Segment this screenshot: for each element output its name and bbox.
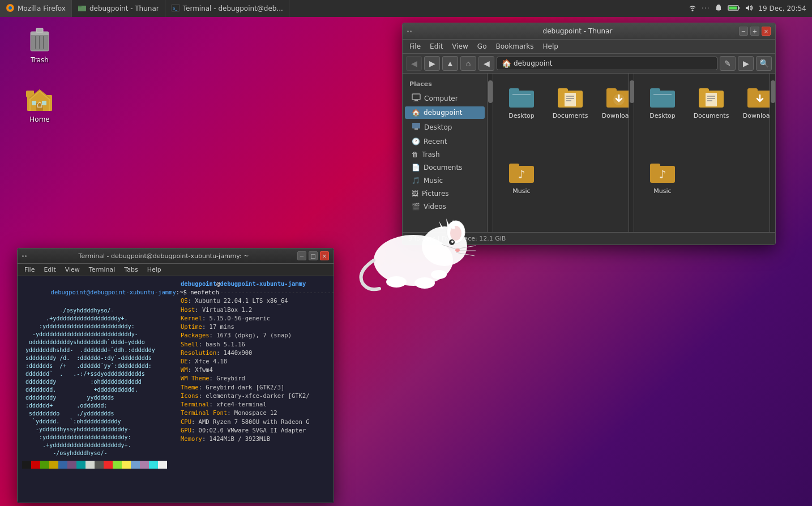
right-scrollbar-thumb[interactable] [771,80,775,103]
sidebar-item-pictures[interactable]: 🖼 Pictures [405,187,485,200]
file-item-downloads-right[interactable]: Downloads [737,79,770,151]
term-menu-tabs[interactable]: Tabs [119,265,142,275]
sidebar-item-music[interactable]: 🎵 Music [405,174,485,187]
svg-rect-4 [78,6,82,7]
taskbar-tray: ··· 19 Dec, 20:54 [688,3,812,14]
firefox-icon [6,3,15,14]
forward-button[interactable]: ▶ [424,56,440,71]
terminal-maximize-btn[interactable]: □ [309,251,318,260]
file-item-music-left[interactable]: ♪ Music [499,155,544,226]
menu-bookmarks[interactable]: Bookmarks [491,41,538,52]
terminal-window-title: Terminal - debugpoint@debugpoint-xubuntu… [30,252,297,260]
prev-location-btn[interactable]: ◀ [478,56,494,71]
back-button[interactable]: ◀ [406,56,422,71]
location-bar[interactable]: 🏠 debugpoint [497,57,717,70]
file-pane-right: Desktop Documents [634,74,770,232]
term-menu-view[interactable]: View [61,265,84,275]
term-menu-edit[interactable]: Edit [39,265,60,275]
thunar-tab-label: debugpoint - Thunar [89,5,159,12]
sidebar-desktop-label: Desktop [424,123,452,131]
location-text: debugpoint [514,59,552,67]
home-sidebar-icon: 🏠 [412,109,420,117]
tray-dots: ··· [702,5,710,12]
firefox-label: Mozilla Firefox [18,5,66,12]
location-folder-icon: 🏠 [502,59,511,68]
file-item-documents-left[interactable]: Documents [548,79,593,151]
menu-edit[interactable]: Edit [425,41,447,52]
documents-folder-icon [557,83,584,110]
taskbar-item-terminal[interactable]: $_ Terminal - debugpoint@deb... [165,0,289,17]
svg-rect-51 [650,88,660,93]
sidebar-recent-label: Recent [424,138,447,145]
menu-help[interactable]: Help [539,41,563,52]
sidebar-item-debugpoint[interactable]: 🏠 debugpoint [405,106,485,119]
music-left-label: Music [512,187,530,195]
sidebar-pictures-label: Pictures [422,190,449,198]
file-item-desktop-left[interactable]: Desktop [499,79,544,151]
svg-rect-50 [650,91,675,108]
sidebar-computer-label: Computer [424,95,458,102]
taskbar: Mozilla Firefox debugpoint - Thunar $_ T… [0,0,812,17]
svg-rect-36 [509,88,519,93]
svg-rect-45 [606,88,617,93]
svg-rect-60 [747,88,758,93]
sidebar-item-documents[interactable]: 📄 Documents [405,161,485,174]
middle-scrollbar-thumb[interactable] [630,80,634,103]
home-button[interactable]: ⌂ [460,56,476,71]
file-item-documents-right[interactable]: Documents [689,79,734,151]
thunar-window-controls: − + × [739,27,771,36]
file-item-music-right[interactable]: ♪ Music [640,155,685,226]
battery-icon [728,5,740,13]
thunar-close-btn[interactable]: × [762,27,771,36]
thunar-icon [78,3,87,14]
menu-view[interactable]: View [447,41,472,52]
thunar-maximize-btn[interactable]: + [750,27,759,36]
menu-go[interactable]: Go [473,41,492,52]
svg-rect-30 [412,94,420,100]
menu-file[interactable]: File [405,41,425,52]
term-menu-help[interactable]: Help [143,265,166,275]
svg-text:♪: ♪ [518,168,525,181]
right-scrollbar[interactable] [770,74,775,232]
taskbar-item-firefox[interactable]: Mozilla Firefox [0,0,72,17]
sidebar-item-recent[interactable]: 🕐 Recent [405,135,485,148]
file-item-downloads-left[interactable]: Downloads [596,79,629,151]
edit-location-btn[interactable]: ✎ [720,56,736,71]
sidebar-item-trash[interactable]: 🗑 Trash [405,148,485,161]
taskbar-item-thunar[interactable]: debugpoint - Thunar [72,0,165,17]
term-menu-file[interactable]: File [20,265,39,275]
file-item-desktop-right[interactable]: Desktop [640,79,685,151]
sidebar-item-computer[interactable]: Computer [405,91,485,106]
terminal-minimize-btn[interactable]: − [297,251,306,260]
up-button[interactable]: ▲ [442,56,458,71]
downloads-left-label: Downloads [602,112,629,119]
desktop-icon-home[interactable]: ⌂ Home [17,86,62,123]
svg-rect-37 [512,94,531,95]
downloads-folder-icon-right [746,83,770,110]
terminal-menubar: File Edit View Terminal Tabs Help [18,264,334,276]
sidebar-music-label: Music [424,177,443,185]
sidebar-section-places: Places [403,78,487,90]
terminal-window-controls: − □ × [297,251,329,260]
next-location-btn[interactable]: ▶ [738,56,754,71]
sidebar-scrollbar[interactable] [488,74,493,232]
svg-text:$_: $_ [173,6,177,11]
thunar-minimize-btn[interactable]: − [739,27,748,36]
terminal-close-btn[interactable]: × [320,251,329,260]
desktop-icon-trash[interactable]: Trash [17,27,62,64]
desktop-right-label: Desktop [649,112,675,119]
terminal-output: debugpoint@debugpoint-xubuntu-jammy:~$ n… [18,276,334,503]
music-folder-icon-left: ♪ [508,158,535,185]
home-icon-img: ⌂ [26,86,53,113]
svg-point-74 [455,248,460,252]
search-button[interactable]: 🔍 [756,56,772,71]
home-label: Home [29,115,49,123]
sidebar-scrollbar-thumb[interactable] [488,80,493,103]
svg-rect-13 [36,28,43,32]
mouse-mascot [351,204,476,294]
term-menu-terminal[interactable]: Terminal [84,265,120,275]
svg-rect-34 [414,128,418,130]
middle-scrollbar[interactable] [629,74,634,232]
sidebar-item-desktop[interactable]: Desktop [405,119,485,135]
documents-left-label: Documents [553,112,588,119]
